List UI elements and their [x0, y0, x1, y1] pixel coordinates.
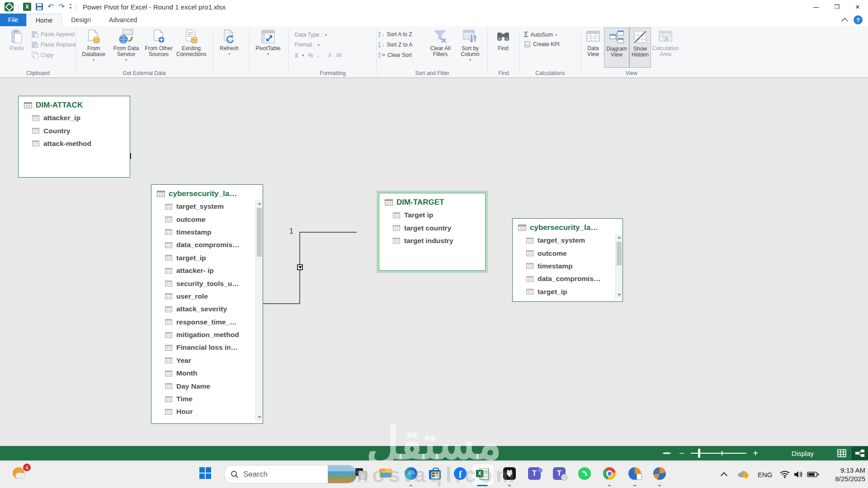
table-field-row[interactable]: target country — [379, 221, 485, 234]
table-field-row[interactable]: attacker- ip — [151, 264, 263, 277]
diagram-view-toggle-icon[interactable] — [852, 447, 868, 460]
copy-button[interactable]: Copy — [32, 50, 76, 60]
table-field-row[interactable]: target industry — [379, 235, 485, 247]
table-field-row[interactable]: Hour — [151, 405, 263, 418]
card-scrollbar[interactable] — [615, 234, 623, 298]
excel-taskbar-icon[interactable]: X — [476, 467, 489, 480]
from-database-button[interactable]: From Database ▾ — [77, 28, 110, 68]
currency-format-icon[interactable]: $ — [295, 52, 298, 59]
table-field-row[interactable]: attacker_ip — [19, 112, 130, 124]
paste-button[interactable]: Paste — [2, 28, 32, 68]
scroll-up-icon[interactable] — [616, 234, 623, 241]
scrollbar-thumb[interactable] — [257, 208, 262, 257]
from-data-service-button[interactable]: From Data Service ▾ — [110, 28, 142, 68]
table-card-cybersecurity-left[interactable]: cybersecurity_la… target_system outcome … — [151, 184, 263, 424]
zoom-slider-thumb[interactable] — [698, 449, 700, 458]
fit-to-screen-icon[interactable] — [663, 449, 671, 457]
table-field-row-partial[interactable] — [151, 418, 263, 421]
relationship-line[interactable] — [299, 232, 357, 233]
table-field-row[interactable]: Day Name — [151, 380, 263, 392]
table-field-row[interactable]: data_compromis… — [513, 272, 623, 285]
data-view-button[interactable]: Data View — [582, 28, 604, 68]
show-hidden-button[interactable]: Show Hidden — [629, 28, 651, 68]
autosum-button[interactable]: Σ AutoSum ▾ — [524, 30, 579, 39]
tray-expand-icon[interactable] — [722, 461, 726, 488]
help-icon[interactable]: ? — [854, 15, 863, 24]
table-field-row[interactable]: outcome — [513, 247, 623, 259]
table-field-row[interactable]: Target ip — [379, 209, 485, 221]
table-card-cybersecurity-right[interactable]: cybersecurity_la… target_system outcome … — [512, 218, 623, 302]
tab-advanced[interactable]: Advanced — [100, 14, 146, 26]
grid-view-icon[interactable] — [837, 449, 846, 457]
save-icon[interactable] — [36, 3, 43, 10]
file-explorer-icon[interactable] — [379, 467, 392, 480]
sort-by-column-button[interactable]: Sort by Column ▾ — [455, 28, 485, 68]
sort-z-to-a-button[interactable]: ZA↓ Sort Z to A — [378, 40, 425, 49]
table-field-row[interactable]: mitigation_method — [151, 328, 263, 341]
pivottable-button[interactable]: PivotTable ▾ — [251, 28, 285, 68]
decrease-decimal-icon[interactable]: .00→ — [335, 53, 346, 58]
percent-format-icon[interactable]: % — [308, 52, 313, 59]
table-field-row[interactable]: target_system — [151, 200, 263, 213]
teams-icon[interactable]: T — [528, 467, 541, 480]
search-highlight-image[interactable] — [328, 465, 357, 483]
scroll-down-icon[interactable] — [256, 414, 263, 421]
table-card-header[interactable]: DIM-ATTACK — [19, 96, 130, 112]
whatsapp-icon[interactable] — [578, 467, 591, 480]
close-button[interactable]: ✕ — [847, 0, 868, 14]
github-icon[interactable] — [503, 467, 516, 480]
comma-format-icon[interactable]: , — [317, 52, 319, 59]
table-field-row[interactable]: timestamp — [513, 260, 623, 272]
zoom-out-icon[interactable]: − — [679, 449, 684, 458]
clear-sort-button[interactable]: AZ Clear Sort — [378, 50, 425, 60]
search-input[interactable]: Search — [224, 465, 357, 483]
customize-qat-icon[interactable]: ▾ — [70, 4, 72, 10]
teams-secondary-icon[interactable]: T — [553, 467, 566, 480]
tab-home[interactable]: Home — [26, 14, 62, 26]
refresh-button[interactable]: Refresh ▾ — [214, 28, 244, 68]
table-field-row[interactable]: user_role — [151, 290, 263, 303]
table-field-row[interactable]: timestamp — [151, 226, 263, 239]
table-field-row[interactable]: data_compromis… — [151, 239, 263, 251]
excel-switch-icon[interactable]: X — [23, 3, 31, 11]
paste-replace-button[interactable]: Paste Replace — [32, 40, 76, 49]
table-card-header[interactable]: cybersecurity_la… — [513, 219, 623, 234]
table-field-row[interactable]: Month — [151, 367, 263, 380]
volume-icon[interactable] — [793, 461, 803, 488]
zoom-slider[interactable] — [691, 453, 746, 454]
table-field-row[interactable]: outcome — [151, 213, 263, 225]
chrome-icon[interactable] — [603, 467, 616, 480]
globe-app-icon[interactable] — [653, 467, 666, 480]
table-field-row[interactable]: Year — [151, 354, 263, 367]
table-field-row[interactable]: Time — [151, 393, 263, 405]
table-field-row[interactable]: target_ip — [513, 286, 623, 298]
language-indicator[interactable]: ENG — [758, 461, 773, 488]
table-field-row[interactable]: attack_severity — [151, 303, 263, 315]
card-scrollbar[interactable] — [255, 200, 263, 421]
paste-append-button[interactable]: Paste Append — [32, 29, 76, 39]
weather-widget-icon[interactable]: 4 — [13, 465, 28, 481]
microsoft-store-icon[interactable] — [429, 467, 441, 480]
table-card-header[interactable]: DIM-TARGET — [379, 193, 485, 209]
table-field-row[interactable]: target_system — [513, 234, 623, 247]
table-card-dim-attack[interactable]: DIM-ATTACK attacker_ip Country attack-me… — [18, 96, 130, 178]
calculation-area-button[interactable]: fx Calculation Area — [651, 28, 680, 68]
onedrive-cloud-icon[interactable]: ! — [737, 461, 749, 488]
scroll-up-icon[interactable] — [256, 200, 263, 207]
clear-all-filters-button[interactable]: Clear All Filters — [425, 28, 455, 68]
zoom-in-icon[interactable]: + — [753, 449, 758, 458]
existing-connections-button[interactable]: Existing Connections — [175, 28, 208, 68]
wifi-icon[interactable] — [779, 461, 790, 488]
sort-a-to-z-button[interactable]: AZ↓ Sort A to Z — [378, 29, 425, 39]
increase-decimal-icon[interactable]: →.0 — [323, 53, 331, 58]
scroll-down-icon[interactable] — [616, 291, 623, 298]
from-other-sources-button[interactable]: From Other Sources — [142, 28, 175, 68]
table-field-row[interactable]: response_time_… — [151, 316, 263, 328]
create-kpi-button[interactable]: Create KPI — [524, 39, 579, 49]
table-card-header[interactable]: cybersecurity_la… — [151, 185, 263, 200]
tab-design[interactable]: Design — [62, 14, 100, 26]
data-type-dropdown[interactable]: Data Type : ▾ — [295, 30, 375, 40]
redo-icon[interactable]: ↷ — [58, 3, 65, 10]
table-field-row[interactable]: security_tools_u… — [151, 277, 263, 290]
table-card-dim-target[interactable]: DIM-TARGET Target ip target country targ… — [379, 193, 486, 271]
